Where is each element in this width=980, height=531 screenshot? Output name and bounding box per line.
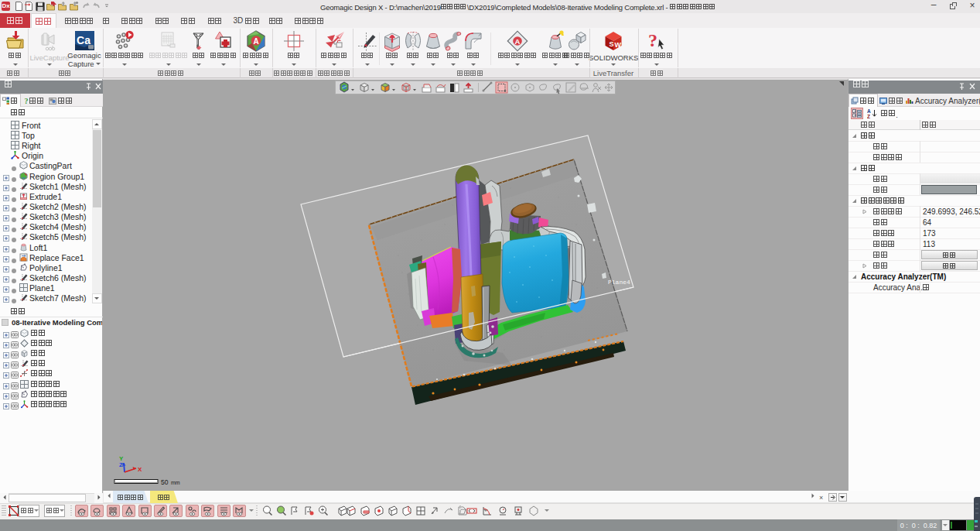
svg-text:Z: Z <box>867 114 870 119</box>
svg-text:S: S <box>610 40 614 48</box>
svg-text:A: A <box>515 37 521 46</box>
svg-text:Plane4: Plane4 <box>608 279 630 286</box>
svg-text:W: W <box>615 41 622 49</box>
svg-text:50: 50 <box>161 478 169 486</box>
svg-text:X: X <box>138 466 142 473</box>
svg-text:mm: mm <box>171 480 180 485</box>
svg-text:A: A <box>253 37 258 46</box>
svg-text:?: ? <box>648 30 657 50</box>
svg-text:Ca: Ca <box>77 34 90 46</box>
svg-text:Z: Z <box>119 461 123 468</box>
